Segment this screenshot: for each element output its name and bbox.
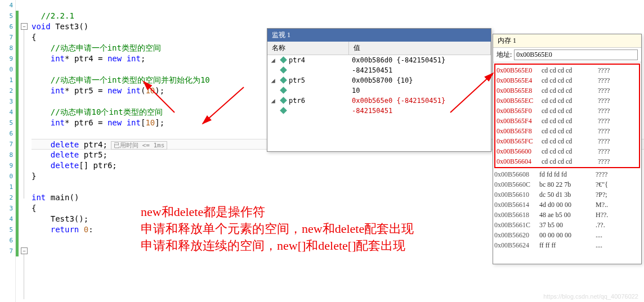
expand-icon[interactable]: ◢ [267,96,279,106]
keyword: return [51,225,79,234]
func-name: Test3 [55,22,79,31]
watch-row[interactable]: 10 [267,85,491,96]
watch-row[interactable]: -842150451 [267,106,491,116]
watch-row[interactable]: ◢ptr40x00b586d0 {-842150451} [267,55,491,65]
var: ptr4 [74,54,93,63]
memory-address-bar: 地址: [493,48,641,62]
line-number-gutter: 4 5 6 7 8 9 0 1 2 3 4 5 6 7 8 9 0 1 2 3 … [0,0,16,302]
change-bar [16,0,19,302]
memory-row: 0x00B565FC cd cd cd cd ???? [497,136,638,146]
comment: int [108,75,122,84]
op: = [93,54,108,63]
memory-address-input[interactable] [514,49,638,60]
memory-panel[interactable]: 内存 1 地址: 0x00B565E0 cd cd cd cd ????0x00… [493,34,642,264]
comment: 类型的空间 [122,43,161,52]
memory-row: 0x00B56624 ff ff ff .... [494,240,640,250]
var: ptr5 [74,86,93,95]
var: ptr6 [74,118,93,127]
expand-icon[interactable]: ◢ [267,75,279,85]
memory-row: 0x00B5660C bc 80 22 7b ?€"{ [494,179,640,190]
watch-title: 监视 1 [267,29,491,42]
watch-value: 10 [348,85,491,96]
watch-name[interactable] [288,85,348,96]
sp [79,225,83,234]
bracket: ] [155,118,159,127]
keyword: new [108,54,122,63]
watch-value: -842150451 [348,65,491,75]
semi: ; [141,54,145,63]
comment: 类型的空间并初始化为10 [122,75,210,84]
sp [79,140,83,149]
parens: () [79,22,88,31]
watch-body[interactable]: ◢ptr40x00b586d0 {-842150451}-842150451◢p… [267,55,491,116]
bracket: [] [79,161,93,170]
parens: () [69,193,79,202]
expand-icon[interactable] [267,106,279,116]
op: * [65,54,69,63]
annotation-line: 申请和释放单个元素的空间，new和delete配套出现 [141,220,414,237]
fold-toggle[interactable]: − [21,23,28,30]
watch-row[interactable]: -842150451 [267,65,491,75]
memory-row: 0x00B565E8 cd cd cd cd ???? [497,85,638,96]
watch-panel[interactable]: 监视 1 名称 值 ◢ptr40x00b586d0 {-842150451}-8… [267,28,491,152]
expand-icon[interactable]: ◢ [267,55,279,65]
memory-body[interactable]: 0x00B565E0 cd cd cd cd ????0x00B565E4 cd… [493,62,641,251]
op: = [93,118,108,127]
memory-row: 0x00B56618 48 ae b5 00 H??. [494,210,640,220]
watch-header-name[interactable]: 名称 [267,42,349,55]
var-icon [279,96,288,106]
line-number: 6 [0,21,15,32]
fold-toggle[interactable]: − [21,247,28,254]
memory-row: 0x00B56600 cd cd cd cd ???? [497,146,638,156]
func-name: main [51,193,70,202]
type: int [127,86,141,95]
watch-row[interactable]: ◢ptr60x00b565e0 {-842150451} [267,96,491,106]
memory-address-label: 地址: [497,50,512,60]
sp [122,54,126,63]
watch-name[interactable]: ptr4 [288,55,348,65]
memory-row: 0x00B565E4 cd cd cd cd ???? [497,75,638,85]
annotation-text: new和delete都是操作符 申请和释放单个元素的空间，new和delete配… [141,204,414,254]
type: int [51,118,65,127]
line-number: 9 [0,53,15,64]
var-icon [279,65,288,75]
keyword: void [32,22,51,31]
watermark: https://blog.csdn.net/qq_40076022 [543,293,638,300]
sp [122,86,126,95]
perf-tip[interactable]: 已用时间 <= 1ms [111,141,167,150]
line-number: 1 [0,182,15,192]
semi: : [88,225,93,234]
watch-header-value[interactable]: 值 [349,42,491,55]
var-icon [279,106,288,116]
watch-name[interactable] [288,65,348,75]
comment: int [108,43,122,52]
line-number: 0 [0,64,15,75]
annotation-line: new和delete都是操作符 [141,204,414,220]
watch-name[interactable] [288,106,348,116]
expand-icon[interactable] [267,85,279,96]
memory-row: 0x00B565EC cd cd cd cd ???? [497,96,638,106]
line-number: 6 [0,128,15,139]
sp [122,118,126,127]
comment: //动态申请一个 [51,43,108,52]
semi: ; [112,161,117,170]
watch-name[interactable]: ptr5 [288,75,348,85]
type: int [32,193,46,202]
number: 0 [84,225,88,234]
sp [79,150,83,159]
memory-row: 0x00B56614 4d d0 00 00 M?.. [494,200,640,210]
line-number: 7 [0,246,15,256]
line-number: 7 [0,139,15,150]
memory-row: 0x00B565F0 cd cd cd cd ???? [497,106,638,116]
line-number: 4 [0,214,15,224]
watch-value: -842150451 [348,106,491,116]
watch-value: 0x00b58700 {10} [348,75,491,85]
expand-icon[interactable] [267,65,279,75]
watch-name[interactable]: ptr6 [288,96,348,106]
memory-row: 0x00B56608 fd fd fd fd ???? [494,169,640,179]
var-icon [279,55,288,65]
memory-row: 0x00B565F8 cd cd cd cd ???? [497,126,638,136]
line-number: 0 [0,171,15,182]
watch-row[interactable]: ◢ptr50x00b58700 {10} [267,75,491,85]
keyword: delete [51,150,79,159]
